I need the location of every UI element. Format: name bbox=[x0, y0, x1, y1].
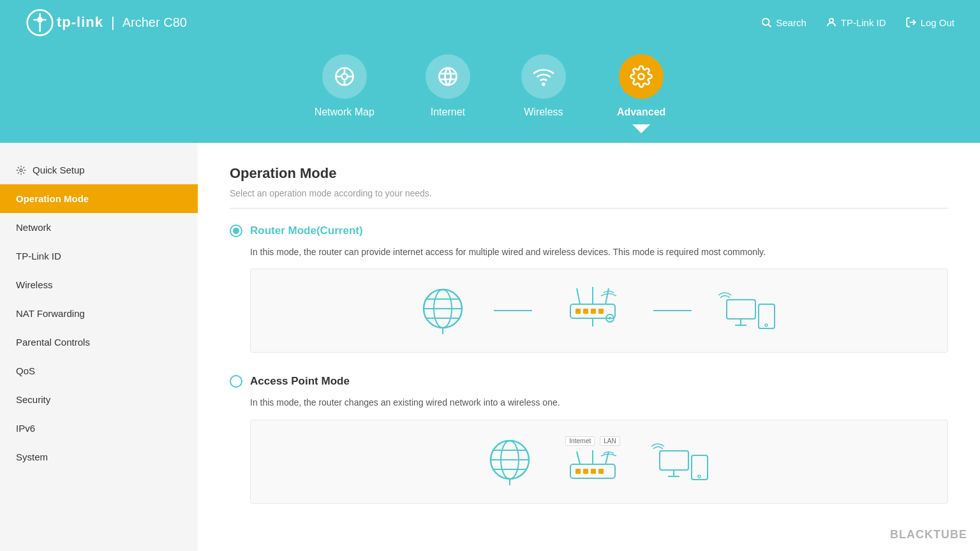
svg-rect-35 bbox=[727, 300, 755, 319]
router-mode-title: Router Mode(Current) bbox=[250, 224, 363, 237]
nav-network-map-label: Network Map bbox=[315, 107, 375, 118]
svg-line-3 bbox=[769, 24, 771, 27]
sidebar-item-wireless[interactable]: Wireless bbox=[0, 270, 198, 299]
svg-point-58 bbox=[698, 475, 701, 478]
logo: tp-link | Archer C80 bbox=[26, 8, 187, 37]
watermark: BLACKTUBE bbox=[890, 528, 967, 541]
internet-icon-circle bbox=[426, 54, 470, 99]
connection-line-1 bbox=[494, 310, 532, 311]
svg-point-7 bbox=[341, 74, 347, 80]
access-point-mode-radio[interactable] bbox=[230, 375, 242, 388]
network-map-icon bbox=[333, 65, 356, 88]
sidebar-item-security[interactable]: Security bbox=[0, 385, 198, 414]
svg-point-16 bbox=[639, 74, 644, 80]
svg-rect-30 bbox=[591, 309, 596, 314]
svg-rect-28 bbox=[575, 309, 581, 314]
search-button[interactable]: Search bbox=[761, 17, 806, 28]
sidebar-parental-controls-label: Parental Controls bbox=[16, 337, 90, 348]
router-mode-radio[interactable] bbox=[230, 224, 242, 237]
nav-active-arrow bbox=[632, 124, 650, 133]
header-actions: Search TP-Link ID Log Out bbox=[761, 17, 954, 28]
devices-icon bbox=[717, 282, 781, 339]
sidebar-item-tplink-id[interactable]: TP-Link ID bbox=[0, 242, 198, 270]
globe-icon bbox=[417, 282, 468, 339]
access-point-mode-description: In this mode, the router changes an exis… bbox=[250, 395, 948, 409]
nav-internet[interactable]: Internet bbox=[426, 54, 470, 143]
main-nav: Network Map Internet bbox=[0, 45, 980, 143]
sidebar-item-network[interactable]: Network bbox=[0, 213, 198, 242]
svg-point-33 bbox=[609, 317, 611, 320]
nav-wireless[interactable]: Wireless bbox=[521, 54, 566, 143]
wireless-icon-circle bbox=[521, 54, 566, 99]
user-icon bbox=[826, 17, 837, 28]
tplink-id-button[interactable]: TP-Link ID bbox=[826, 17, 886, 28]
access-point-mode-diagram: Internet LAN bbox=[250, 420, 948, 504]
search-label: Search bbox=[776, 17, 806, 28]
quick-setup-icon bbox=[16, 165, 26, 175]
svg-point-1 bbox=[37, 17, 43, 22]
svg-point-15 bbox=[542, 84, 544, 85]
nav-wireless-label: Wireless bbox=[524, 107, 563, 118]
header: tp-link | Archer C80 Search TP-Link ID bbox=[0, 0, 980, 45]
sidebar-network-label: Network bbox=[16, 222, 51, 233]
network-map-icon-circle bbox=[322, 54, 367, 99]
sidebar-item-operation-mode[interactable]: Operation Mode bbox=[0, 184, 198, 213]
svg-rect-54 bbox=[660, 451, 688, 470]
svg-rect-31 bbox=[598, 309, 604, 314]
sidebar-quick-setup-label: Quick Setup bbox=[33, 165, 85, 175]
svg-line-48 bbox=[605, 452, 609, 464]
router-mode-header: Router Mode(Current) bbox=[230, 224, 948, 237]
nav-internet-label: Internet bbox=[431, 107, 465, 118]
nav-advanced-label: Advanced bbox=[617, 107, 665, 118]
svg-rect-52 bbox=[591, 469, 596, 474]
svg-line-26 bbox=[605, 288, 609, 304]
sidebar-tplink-id-label: TP-Link ID bbox=[16, 251, 61, 261]
svg-rect-53 bbox=[598, 469, 604, 474]
router-model: Archer C80 bbox=[122, 15, 187, 30]
sidebar-item-ipv6[interactable]: IPv6 bbox=[0, 414, 198, 443]
globe-icon-2 bbox=[484, 433, 535, 490]
sidebar-item-nat-forwarding[interactable]: NAT Forwarding bbox=[0, 299, 198, 328]
sidebar-item-system[interactable]: System bbox=[0, 443, 198, 471]
tplink-logo-icon bbox=[26, 8, 54, 37]
connection-line-2 bbox=[653, 310, 692, 311]
sidebar-item-quick-setup[interactable]: Quick Setup bbox=[0, 156, 198, 184]
svg-line-46 bbox=[577, 452, 580, 464]
wireless-icon bbox=[532, 65, 555, 88]
logout-icon bbox=[905, 17, 917, 28]
sidebar-security-label: Security bbox=[16, 394, 50, 405]
svg-point-12 bbox=[439, 68, 456, 85]
sidebar-item-parental-controls[interactable]: Parental Controls bbox=[0, 328, 198, 356]
sidebar-wireless-label: Wireless bbox=[16, 279, 53, 290]
svg-point-2 bbox=[762, 18, 769, 26]
svg-rect-38 bbox=[759, 304, 775, 328]
router-mode-diagram bbox=[250, 268, 948, 353]
access-point-mode-section: Access Point Mode In this mode, the rout… bbox=[230, 375, 948, 503]
svg-rect-57 bbox=[692, 455, 708, 480]
sidebar-ipv6-label: IPv6 bbox=[16, 423, 35, 434]
main-layout: Quick Setup Operation Mode Network TP-Li… bbox=[0, 143, 980, 551]
lan-label: LAN bbox=[600, 436, 620, 446]
svg-rect-50 bbox=[575, 469, 581, 474]
nav-network-map[interactable]: Network Map bbox=[315, 54, 375, 143]
svg-line-24 bbox=[577, 288, 580, 304]
advanced-icon-circle bbox=[619, 54, 664, 99]
content-area: Operation Mode Select an operation mode … bbox=[198, 143, 980, 551]
svg-rect-51 bbox=[583, 469, 588, 474]
sidebar-operation-mode-label: Operation Mode bbox=[16, 193, 89, 204]
sidebar-system-label: System bbox=[16, 452, 48, 462]
sidebar-item-qos[interactable]: QoS bbox=[0, 356, 198, 385]
sidebar-nat-forwarding-label: NAT Forwarding bbox=[16, 308, 85, 319]
advanced-icon bbox=[630, 65, 653, 88]
brand-divider: | bbox=[111, 14, 115, 31]
tplink-id-label: TP-Link ID bbox=[841, 17, 886, 28]
nav-advanced[interactable]: Advanced bbox=[617, 54, 665, 143]
devices-icon-2 bbox=[650, 433, 714, 490]
logout-button[interactable]: Log Out bbox=[905, 17, 954, 28]
sidebar: Quick Setup Operation Mode Network TP-Li… bbox=[0, 143, 198, 551]
svg-point-17 bbox=[20, 169, 22, 172]
sidebar-qos-label: QoS bbox=[16, 365, 35, 376]
connection-with-labels: Internet LAN bbox=[561, 436, 625, 487]
internet-label: Internet bbox=[565, 436, 595, 446]
access-point-mode-title: Access Point Mode bbox=[250, 375, 350, 388]
